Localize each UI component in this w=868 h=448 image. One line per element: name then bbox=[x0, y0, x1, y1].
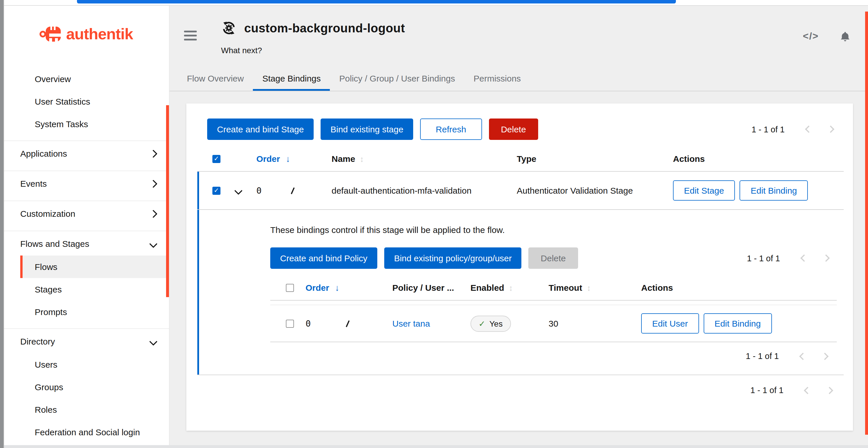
sidebar-item-label: Prompts bbox=[35, 307, 67, 317]
edit-stage-button[interactable]: Edit Stage bbox=[673, 180, 735, 201]
bind-existing-stage-button[interactable]: Bind existing stage bbox=[320, 118, 413, 140]
column-header-order[interactable]: Order↓ bbox=[256, 154, 332, 164]
pagination-prev-icon[interactable] bbox=[793, 255, 815, 261]
tab-permissions[interactable]: Permissions bbox=[464, 70, 530, 91]
pagination-top: 1 - 1 of 1 bbox=[752, 125, 841, 134]
pagination-next-icon[interactable] bbox=[819, 127, 841, 132]
sidebar-item-stages[interactable]: Stages bbox=[3, 278, 169, 301]
column-header-policy-user[interactable]: Policy / User ... bbox=[392, 283, 470, 292]
sidebar-item-applications[interactable]: Applications bbox=[3, 142, 169, 165]
policy-table-row: 0 User tana ✓Yes 30 Edit User Edit Bindi… bbox=[270, 305, 837, 342]
app-root: authentik Overview User Statistics Syste… bbox=[0, 0, 868, 448]
delete-button[interactable]: Delete bbox=[489, 118, 538, 140]
sidebar-item-events[interactable]: Events bbox=[3, 172, 169, 195]
edit-binding-button[interactable]: Edit Binding bbox=[703, 313, 772, 334]
sidebar-item-label: Federation and Social login bbox=[35, 427, 140, 437]
column-header-timeout[interactable]: Timeout↕ bbox=[549, 283, 641, 292]
sidebar-item-flows[interactable]: Flows bbox=[20, 255, 169, 278]
pagination-prev-icon[interactable] bbox=[796, 388, 818, 393]
sort-icon: ↕ bbox=[587, 283, 591, 292]
column-header-name[interactable]: Name↕ bbox=[332, 154, 517, 164]
pagination-prev-icon[interactable] bbox=[792, 353, 814, 359]
sidebar-item-flows-and-stages[interactable]: Flows and Stages bbox=[3, 232, 169, 255]
tab-stage-bindings[interactable]: Stage Bindings bbox=[253, 70, 330, 91]
sort-desc-icon: ↓ bbox=[286, 154, 290, 164]
pagination-label: 1 - 1 of 1 bbox=[750, 386, 783, 395]
create-and-bind-policy-button[interactable]: Create and bind Policy bbox=[270, 247, 377, 269]
window-top-accent-bar bbox=[77, 0, 676, 3]
stage-bindings-card: Create and bind Stage Bind existing stag… bbox=[186, 103, 853, 430]
sidebar-item-label: Flows bbox=[35, 262, 57, 272]
sidebar-nav: Overview User Statistics System Tasks Ap… bbox=[3, 63, 169, 443]
pagination-prev-icon[interactable] bbox=[797, 127, 819, 132]
pagination-label: 1 - 1 of 1 bbox=[746, 351, 779, 361]
sidebar-item-label: Overview bbox=[35, 74, 71, 84]
main-scrollbar-orange[interactable] bbox=[865, 11, 868, 435]
sidebar-item-users[interactable]: Users bbox=[3, 353, 169, 376]
column-header-actions: Actions bbox=[673, 154, 844, 164]
create-and-bind-stage-button[interactable]: Create and bind Stage bbox=[207, 118, 314, 140]
chevron-right-icon bbox=[151, 148, 156, 159]
policy-select-all-checkbox[interactable] bbox=[286, 283, 294, 291]
policy-pagination-bottom: 1 - 1 of 1 bbox=[746, 351, 836, 361]
edit-user-button[interactable]: Edit User bbox=[641, 313, 699, 334]
stage-bindings-table: ✓ Order↓ Name↕ Type Actions ✓ 0 default-… bbox=[197, 151, 844, 375]
sidebar-item-label: Flows and Stages bbox=[20, 239, 89, 248]
cell-order: 0 bbox=[306, 318, 392, 329]
select-all-checkbox[interactable]: ✓ bbox=[212, 154, 220, 163]
page-title: custom-background-logout bbox=[244, 21, 405, 35]
process-gear-icon bbox=[221, 20, 237, 36]
row-expand-chevron-icon[interactable] bbox=[236, 187, 256, 193]
pagination-label: 1 - 1 of 1 bbox=[752, 125, 785, 134]
authentik-logo[interactable]: authentik bbox=[3, 5, 169, 63]
column-header-enabled[interactable]: Enabled↕ bbox=[470, 283, 549, 292]
cell-order: 0 bbox=[256, 185, 332, 196]
column-header-order[interactable]: Order↓ bbox=[306, 283, 392, 292]
policy-bindings-toolbar: Create and bind Policy Bind existing pol… bbox=[270, 247, 837, 269]
notification-bell-icon[interactable] bbox=[840, 31, 850, 42]
cell-enabled: ✓Yes bbox=[470, 315, 549, 332]
cell-actions: Edit User Edit Binding bbox=[641, 313, 837, 334]
sidebar-item-overview[interactable]: Overview bbox=[3, 68, 169, 90]
expanded-policy-bindings-panel: These bindings control if this stage wil… bbox=[197, 209, 844, 375]
api-code-icon[interactable]: </> bbox=[803, 31, 819, 42]
sidebar-item-federation-social-login[interactable]: Federation and Social login bbox=[3, 421, 169, 443]
bindings-description: These bindings control if this stage wil… bbox=[270, 225, 837, 235]
sidebar-item-label: Roles bbox=[35, 405, 57, 414]
sidebar-scrollbar-orange[interactable] bbox=[166, 105, 169, 297]
policy-user-link[interactable]: User tana bbox=[392, 318, 470, 328]
refresh-button[interactable]: Refresh bbox=[420, 118, 482, 140]
sidebar-item-customization[interactable]: Customization bbox=[3, 202, 169, 226]
sidebar-item-directory[interactable]: Directory bbox=[3, 330, 169, 353]
sidebar-item-roles[interactable]: Roles bbox=[3, 398, 169, 421]
tab-policy-group-user-bindings[interactable]: Policy / Group / User Bindings bbox=[330, 70, 464, 91]
chevron-down-icon bbox=[151, 239, 156, 248]
tab-flow-overview[interactable]: Flow Overview bbox=[178, 70, 253, 91]
row-checkbox[interactable]: ✓ bbox=[212, 186, 220, 195]
sidebar-item-system-tasks[interactable]: System Tasks bbox=[3, 113, 169, 135]
chevron-right-icon bbox=[151, 209, 156, 218]
enabled-badge: ✓Yes bbox=[470, 315, 511, 332]
policy-delete-button-disabled[interactable]: Delete bbox=[529, 247, 578, 269]
chevron-right-icon bbox=[151, 179, 156, 188]
bind-existing-policy-button[interactable]: Bind existing policy/group/user bbox=[384, 247, 522, 269]
sidebar-item-label: System Tasks bbox=[35, 119, 88, 129]
pagination-next-icon[interactable] bbox=[815, 255, 837, 261]
sidebar-item-groups[interactable]: Groups bbox=[3, 376, 169, 398]
policy-bindings-table: Order↓ Policy / User ... Enabled↕ Timeou… bbox=[270, 280, 837, 342]
pagination-label: 1 - 1 of 1 bbox=[747, 253, 780, 263]
sidebar-item-prompts[interactable]: Prompts bbox=[3, 301, 169, 323]
column-header-type: Type bbox=[517, 154, 673, 164]
pagination-next-icon[interactable] bbox=[818, 388, 840, 393]
tab-label: Flow Overview bbox=[187, 73, 244, 83]
pagination-next-icon[interactable] bbox=[814, 353, 836, 359]
enabled-badge-label: Yes bbox=[489, 319, 503, 328]
policy-row-checkbox[interactable] bbox=[286, 319, 294, 328]
sidebar-item-label: Groups bbox=[35, 382, 63, 392]
cell-actions: Edit Stage Edit Binding bbox=[673, 180, 844, 201]
tab-label: Permissions bbox=[474, 73, 521, 83]
sidebar-item-user-statistics[interactable]: User Statistics bbox=[3, 90, 169, 113]
hamburger-menu-icon[interactable] bbox=[184, 31, 197, 43]
window-left-scrollbar[interactable] bbox=[0, 0, 4, 448]
edit-binding-button[interactable]: Edit Binding bbox=[740, 180, 808, 201]
